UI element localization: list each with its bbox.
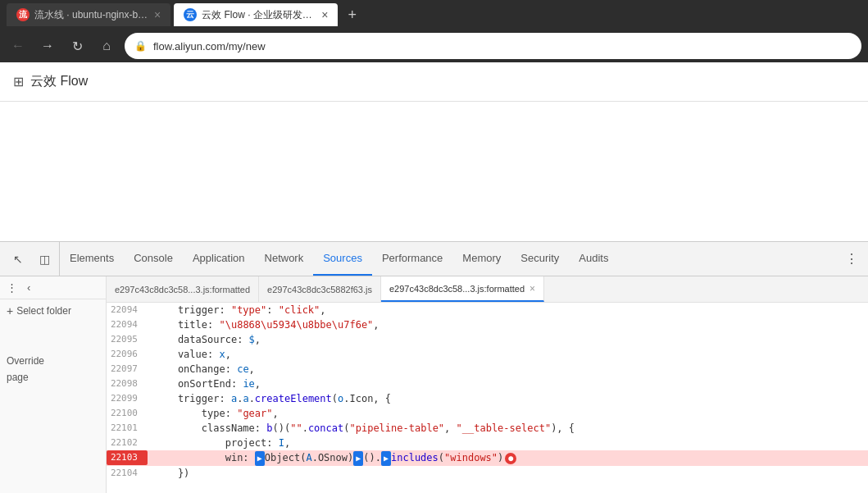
devtools-more-button[interactable]: ⋮ [838,251,865,267]
code-line-22096: 22096 value: x, [107,347,868,362]
page-content: ⊞ 云效 Flow [0,62,868,241]
code-area: e297c43c8dc3c58...3.js:formatted e297c43… [107,276,868,493]
lock-icon: 🔒 [134,40,147,52]
forward-button[interactable]: → [36,34,59,57]
reload-button[interactable]: ↻ [66,34,89,57]
devtools-tab-bar: ↖ ◫ Elements Console Application Network… [0,242,868,276]
code-line-22095: 22095 dataSource: $, [107,332,868,347]
tab-1-close[interactable]: × [154,8,161,21]
tab-1-title: 流水线 · ubuntu-nginx-bu... [34,8,149,22]
code-line-22097: 22097 onChange: ce, [107,362,868,377]
tab-2-close[interactable]: × [321,8,328,21]
tab-network[interactable]: Network [255,242,314,276]
file-tab-1[interactable]: e297c43c8dc3c58...3.js:formatted [107,276,259,302]
override-label: Override [0,322,106,370]
devtools-sidebar: ⋮ ‹ + Select folder Override page [0,276,107,493]
brand-name: 云效 Flow [30,73,88,90]
code-line-22099: 22099 trigger: a.a.createElement(o.Icon,… [107,391,868,406]
code-line-22104: 22104 }) [107,466,868,481]
tab-elements[interactable]: Elements [60,242,124,276]
code-line-22098: 22098 onSortEnd: ie, [107,377,868,391]
address-bar-row: ← → ↻ ⌂ 🔒 flow.aliyun.com/my/new [0,30,868,62]
page-header: ⊞ 云效 Flow [0,62,868,102]
select-folder-icon: + [7,304,13,317]
sidebar-toolbar: ⋮ ‹ [0,276,106,299]
tab-2-favicon: 云 [184,8,197,21]
tab-audits[interactable]: Audits [569,242,618,276]
tab-console[interactable]: Console [124,242,183,276]
code-line-22101: 22101 className: b()("".concat("pipeline… [107,421,868,436]
browser-chrome: 流 流水线 · ubuntu-nginx-bu... × 云 云效 Flow ·… [0,0,868,62]
tab-performance[interactable]: Performance [372,242,452,276]
tab-2[interactable]: 云 云效 Flow · 企业级研发交付... × [174,3,338,26]
new-tab-button[interactable]: + [341,7,363,24]
code-line-22094a: 22094 trigger: "type": "click", [107,303,868,317]
code-line-22100: 22100 type: "gear", [107,406,868,421]
code-line-22102: 22102 project: I, [107,436,868,450]
tab-application[interactable]: Application [183,242,255,276]
tab-bar: 流 流水线 · ubuntu-nginx-bu... × 云 云效 Flow ·… [0,0,868,30]
tab-sources[interactable]: Sources [313,242,372,276]
tab-memory[interactable]: Memory [452,242,511,276]
page-main [0,102,868,241]
file-tab-3[interactable]: e297c43c8dc3c58...3.js:formatted × [381,276,544,302]
home-button[interactable]: ⌂ [95,34,118,57]
toggle-panel-button[interactable]: ◫ [33,248,56,271]
code-editor[interactable]: 22094 trigger: "type": "click", 22094 ti… [107,303,868,493]
page-label: page [0,370,106,385]
back-button[interactable]: ← [7,34,30,57]
devtools-panel: ↖ ◫ Elements Console Application Network… [0,241,868,493]
file-tab-2[interactable]: e297c43c8dc3c5882f63.js [259,276,381,302]
tab-1-favicon: 流 [16,8,30,21]
address-text: flow.aliyun.com/my/new [153,40,266,52]
tab-2-title: 云效 Flow · 企业级研发交付... [202,8,316,22]
tab-security[interactable]: Security [511,242,569,276]
code-line-22094b: 22094 title: "\u8868\u5934\u8bbe\u7f6e", [107,317,868,332]
devtools-left-icons: ↖ ◫ [3,242,60,276]
select-folder-label: Select folder [16,305,71,317]
file-tabs: e297c43c8dc3c58...3.js:formatted e297c43… [107,276,868,303]
cursor-tool-button[interactable]: ↖ [7,248,30,271]
code-line-22103: 22103 win: ▶Object(A.OSnow)▶().▶includes… [107,450,868,466]
sidebar-back-button[interactable]: ‹ [24,280,34,295]
sidebar-more-button[interactable]: ⋮ [3,280,20,295]
file-tab-3-close[interactable]: × [529,283,535,294]
address-bar[interactable]: 🔒 flow.aliyun.com/my/new [125,33,861,59]
select-folder-button[interactable]: + Select folder [0,299,106,322]
grid-icon[interactable]: ⊞ [13,74,24,89]
tab-1[interactable]: 流 流水线 · ubuntu-nginx-bu... × [7,3,170,26]
devtools-body: ⋮ ‹ + Select folder Override page e297c4… [0,276,868,493]
